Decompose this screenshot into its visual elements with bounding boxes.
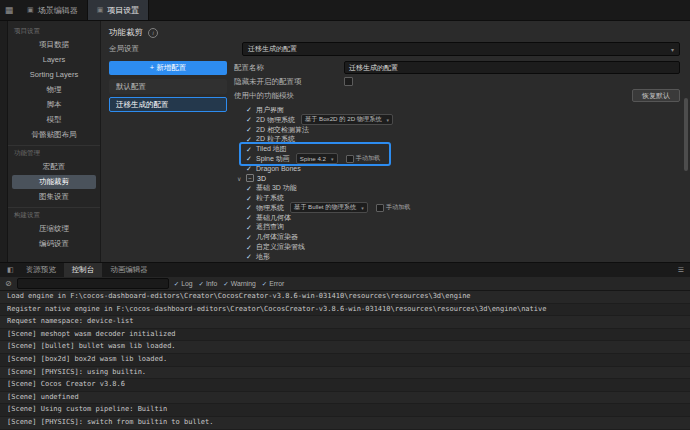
checked-checkbox[interactable]: ✓	[246, 136, 253, 143]
checked-checkbox[interactable]: ✓	[246, 146, 253, 153]
checkbox-box[interactable]	[376, 204, 384, 212]
feature-row[interactable]: ✓Dragon Bones	[246, 164, 680, 174]
checked-checkbox[interactable]: ✓	[246, 116, 253, 123]
console-log-row[interactable]: [Scene] [PHYSICS]: switch from builtin t…	[0, 417, 690, 430]
global-config-select[interactable]: 迁移生成的配置 ▾	[242, 42, 680, 56]
console-log-row[interactable]: Load engine in F:\cocos-dashboard-editor…	[0, 291, 690, 304]
feature-label: Dragon Bones	[256, 165, 301, 172]
checked-checkbox[interactable]: ✓	[246, 244, 253, 251]
console-log-row[interactable]: [Scene] Cocos Creator v3.8.6	[0, 379, 690, 392]
checked-checkbox[interactable]: ✓	[246, 195, 253, 202]
restore-default-button[interactable]: 恢复默认	[632, 89, 680, 102]
indeterminate-checkbox[interactable]: −	[246, 174, 254, 182]
feature-row[interactable]: ✓物理系统基于 Bullet 的物理系统▾手动加载	[246, 203, 680, 213]
sidebar-item[interactable]: 压缩纹理	[12, 222, 96, 236]
manual-load-checkbox[interactable]: 手动加载	[376, 203, 411, 212]
dashboard-icon[interactable]: ▦	[0, 0, 18, 20]
info-icon[interactable]: i	[148, 28, 158, 38]
chevron-down-icon: ▾	[331, 156, 334, 162]
console-tab[interactable]: 资源预览	[18, 263, 64, 277]
sidebar-item[interactable]: Sorting Layers	[12, 68, 96, 82]
console-log-row[interactable]: [Scene] Using custom pipeline: Builtin	[0, 404, 690, 417]
panel-layout-icon[interactable]: ◧	[3, 263, 18, 277]
add-config-button[interactable]: + 新增配置	[109, 61, 227, 75]
toggle-label: Warning	[231, 280, 256, 287]
sidebar-item[interactable]: 骨骼贴图布局	[12, 128, 96, 142]
checked-checkbox[interactable]: ✓	[246, 204, 253, 211]
hide-disabled-checkbox[interactable]	[344, 77, 353, 86]
sidebar-item[interactable]: 物理	[12, 83, 96, 97]
sidebar-group: 构建设置压缩纹理编码设置	[8, 207, 100, 251]
window-tab[interactable]: ▣项目设置	[88, 0, 150, 20]
feature-row[interactable]: ✓2D 物理系统基于 Box2D 的 2D 物理系统▾	[246, 115, 680, 125]
console-filter-input[interactable]	[17, 278, 169, 289]
chevron-down-icon[interactable]: ∨	[237, 175, 243, 182]
toggle-error[interactable]: ✓Error	[262, 280, 285, 288]
config-item[interactable]: 迁移生成的配置	[109, 97, 227, 112]
checked-checkbox[interactable]: ✓	[246, 126, 253, 133]
sidebar-item[interactable]: Layers	[12, 53, 96, 67]
feature-label: Spine 动画	[256, 154, 290, 164]
console-log-list: Load engine in F:\cocos-dashboard-editor…	[0, 291, 690, 430]
toggle-info[interactable]: ✓Info	[199, 280, 218, 288]
checked-checkbox[interactable]: ✓	[246, 234, 253, 241]
feature-select[interactable]: 基于 Bullet 的物理系统▾	[290, 202, 368, 213]
sidebar-item[interactable]: 项目数据	[12, 38, 96, 52]
sidebar-item[interactable]: 模型	[12, 113, 96, 127]
checked-checkbox[interactable]: ✓	[246, 214, 253, 221]
toggle-log[interactable]: ✓Log	[174, 280, 193, 288]
feature-row[interactable]: ✓自定义渲染管线	[246, 242, 680, 252]
settings-scrollbar[interactable]	[684, 63, 688, 256]
feature-row[interactable]: ✓几何体渲染器	[246, 232, 680, 242]
sidebar-item[interactable]: 图集设置	[12, 190, 96, 204]
checked-checkbox[interactable]: ✓	[246, 165, 253, 172]
checked-checkbox[interactable]: ✓	[246, 185, 253, 192]
console-log-row[interactable]: Request namespace: device-list	[0, 316, 690, 329]
clear-console-icon[interactable]: ⊘	[5, 280, 12, 288]
console-log-row[interactable]: [Scene] [box2d] box2d wasm lib loaded.	[0, 354, 690, 367]
check-icon: ✓	[262, 280, 267, 288]
checked-checkbox[interactable]: ✓	[246, 155, 253, 162]
feature-row[interactable]: ✓地形	[246, 252, 680, 262]
sidebar-item[interactable]: 脚本	[12, 98, 96, 112]
cocos-creator-window: ▦ ▣场景编辑器▣项目设置 项目设置项目数据LayersSorting Laye…	[0, 0, 690, 430]
console-tab[interactable]: 控制台	[64, 263, 103, 277]
console-log-row[interactable]: [Scene] [bullet] bullet wasm lib loaded.	[0, 341, 690, 354]
feature-row[interactable]: ✓2D 相交检测算法	[246, 125, 680, 135]
feature-label: 几何体渲染器	[256, 232, 298, 242]
checked-checkbox[interactable]: ✓	[246, 106, 253, 113]
config-item[interactable]: 默认配置	[109, 79, 227, 94]
toggle-warning[interactable]: ✓Warning	[223, 280, 256, 288]
scrollbar-thumb[interactable]	[684, 98, 688, 171]
console-tab[interactable]: 动画编辑器	[102, 263, 156, 277]
console-log-row[interactable]: Register native engine in F:\cocos-dashb…	[0, 304, 690, 317]
console-log-row[interactable]: [Scene] undefined	[0, 392, 690, 405]
sidebar-group: 项目设置项目数据LayersSorting Layers物理脚本模型骨骼贴图布局	[8, 24, 100, 142]
sidebar-item[interactable]: 功能裁剪	[12, 175, 96, 189]
feature-label: 粒子系统	[256, 193, 284, 203]
console-menu-icon[interactable]: ☰	[672, 263, 690, 277]
feature-select[interactable]: Spine 4.2▾	[296, 153, 338, 164]
feature-row[interactable]: ✓Spine 动画Spine 4.2▾手动加载	[246, 154, 680, 164]
feature-row[interactable]: ✓2D 粒子系统	[246, 134, 680, 144]
console-log-row[interactable]: [Scene] meshopt wasm decoder initialized	[0, 329, 690, 342]
feature-label: 用户界面	[256, 105, 284, 115]
feature-label: Tiled 地图	[256, 144, 287, 154]
config-name-input[interactable]: 迁移生成的配置	[344, 61, 680, 74]
feature-row[interactable]: ✓基础几何体	[246, 213, 680, 223]
manual-load-label: 手动加载	[386, 203, 411, 212]
checkbox-box[interactable]	[346, 155, 354, 163]
feature-select[interactable]: 基于 Box2D 的 2D 物理系统▾	[301, 114, 393, 125]
checked-checkbox[interactable]: ✓	[246, 253, 253, 260]
sidebar-item[interactable]: 宏配置	[12, 160, 96, 174]
manual-load-checkbox[interactable]: 手动加载	[346, 154, 381, 163]
console-log-row[interactable]: [Scene] [PHYSICS]: using builtin.	[0, 367, 690, 380]
sidebar-item[interactable]: 编码设置	[12, 237, 96, 251]
feature-label: 2D 相交检测算法	[256, 125, 309, 135]
window-tab[interactable]: ▣场景编辑器	[18, 0, 88, 20]
toggle-label: Info	[206, 280, 217, 287]
feature-row[interactable]: ✓遮挡查询	[246, 223, 680, 233]
feature-row[interactable]: ✓基础 3D 功能	[246, 183, 680, 193]
feature-group-row[interactable]: ∨−3D	[246, 174, 680, 184]
checked-checkbox[interactable]: ✓	[246, 224, 253, 231]
